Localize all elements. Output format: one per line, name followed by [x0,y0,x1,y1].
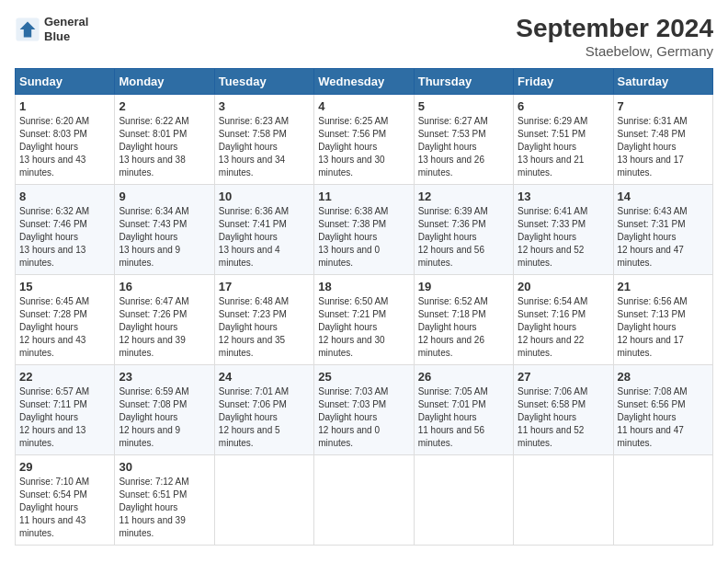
day-info: Sunrise: 6:29 AMSunset: 7:51 PMDaylight … [518,115,609,179]
day-number: 17 [219,280,310,293]
day-info: Sunrise: 6:43 AMSunset: 7:31 PMDaylight … [618,205,709,270]
day-number: 28 [618,370,709,384]
day-number: 5 [418,99,509,113]
day-info: Sunrise: 6:27 AMSunset: 7:53 PMDaylight … [418,115,509,179]
day-number: 13 [518,190,609,203]
day-number: 7 [618,99,709,113]
calendar-cell: 8Sunrise: 6:32 AMSunset: 7:46 PMDaylight… [16,184,115,274]
day-number: 20 [518,280,609,293]
day-number: 12 [418,190,509,203]
weekday-header-monday: Monday [115,68,214,94]
day-info: Sunrise: 6:39 AMSunset: 7:36 PMDaylight … [418,205,509,270]
calendar-cell: 24Sunrise: 7:01 AMSunset: 7:06 PMDayligh… [214,364,313,454]
calendar-cell: 4Sunrise: 6:25 AMSunset: 7:56 PMDaylight… [314,94,414,184]
day-number: 4 [318,99,409,113]
calendar-cell [414,454,513,545]
day-info: Sunrise: 7:05 AMSunset: 7:01 PMDaylight … [418,385,509,450]
day-info: Sunrise: 6:41 AMSunset: 7:33 PMDaylight … [518,205,609,270]
logo-line2: Blue [44,29,88,44]
calendar-cell: 23Sunrise: 6:59 AMSunset: 7:08 PMDayligh… [115,364,214,454]
day-info: Sunrise: 6:23 AMSunset: 7:58 PMDaylight … [219,115,310,179]
calendar-table: SundayMondayTuesdayWednesdayThursdayFrid… [15,68,713,546]
day-number: 6 [518,99,609,113]
day-number: 1 [19,99,110,113]
day-number: 15 [19,280,110,293]
calendar-cell: 7Sunrise: 6:31 AMSunset: 7:48 PMDaylight… [613,94,712,184]
calendar-cell: 14Sunrise: 6:43 AMSunset: 7:31 PMDayligh… [613,184,712,274]
day-number: 30 [119,460,210,474]
day-number: 9 [119,190,210,203]
calendar-cell: 12Sunrise: 6:39 AMSunset: 7:36 PMDayligh… [414,184,513,274]
weekday-header-sunday: Sunday [16,68,115,94]
day-number: 10 [219,190,310,203]
day-number: 14 [618,190,709,203]
logo: General Blue [15,15,88,43]
day-number: 3 [219,99,310,113]
day-number: 8 [19,190,110,203]
day-number: 11 [318,190,409,203]
day-info: Sunrise: 6:50 AMSunset: 7:21 PMDaylight … [318,295,409,360]
day-info: Sunrise: 6:34 AMSunset: 7:43 PMDaylight … [119,205,210,270]
day-number: 26 [418,370,509,384]
weekday-header-saturday: Saturday [613,68,712,94]
day-info: Sunrise: 6:20 AMSunset: 8:03 PMDaylight … [19,115,110,179]
day-info: Sunrise: 7:01 AMSunset: 7:06 PMDaylight … [219,385,310,450]
week-row-5: 29Sunrise: 7:10 AMSunset: 6:54 PMDayligh… [16,454,713,545]
day-info: Sunrise: 7:06 AMSunset: 6:58 PMDaylight … [518,385,609,450]
day-info: Sunrise: 7:08 AMSunset: 6:56 PMDaylight … [618,385,709,450]
title-block: September 2024 Staebelow, Germany [516,15,713,59]
day-info: Sunrise: 6:52 AMSunset: 7:18 PMDaylight … [418,295,509,360]
calendar-cell: 2Sunrise: 6:22 AMSunset: 8:01 PMDaylight… [115,94,214,184]
day-number: 21 [618,280,709,293]
day-info: Sunrise: 6:36 AMSunset: 7:41 PMDaylight … [219,205,310,270]
calendar-cell: 19Sunrise: 6:52 AMSunset: 7:18 PMDayligh… [414,274,513,364]
day-info: Sunrise: 6:22 AMSunset: 8:01 PMDaylight … [119,115,210,179]
day-info: Sunrise: 6:56 AMSunset: 7:13 PMDaylight … [618,295,709,360]
day-info: Sunrise: 6:31 AMSunset: 7:48 PMDaylight … [618,115,709,179]
calendar-cell: 5Sunrise: 6:27 AMSunset: 7:53 PMDaylight… [414,94,513,184]
calendar-cell: 21Sunrise: 6:56 AMSunset: 7:13 PMDayligh… [613,274,712,364]
calendar-cell: 16Sunrise: 6:47 AMSunset: 7:26 PMDayligh… [115,274,214,364]
day-number: 19 [418,280,509,293]
calendar-cell: 10Sunrise: 6:36 AMSunset: 7:41 PMDayligh… [214,184,313,274]
weekday-header-row: SundayMondayTuesdayWednesdayThursdayFrid… [16,68,713,94]
day-number: 24 [219,370,310,384]
day-number: 27 [518,370,609,384]
weekday-header-wednesday: Wednesday [314,68,414,94]
day-number: 18 [318,280,409,293]
logo-line1: General [44,15,88,29]
day-number: 16 [119,280,210,293]
calendar-cell: 27Sunrise: 7:06 AMSunset: 6:58 PMDayligh… [514,364,613,454]
calendar-cell [514,454,613,545]
calendar-cell: 30Sunrise: 7:12 AMSunset: 6:51 PMDayligh… [115,454,214,545]
weekday-header-tuesday: Tuesday [214,68,313,94]
week-row-4: 22Sunrise: 6:57 AMSunset: 7:11 PMDayligh… [16,364,713,454]
calendar-cell: 20Sunrise: 6:54 AMSunset: 7:16 PMDayligh… [514,274,613,364]
day-info: Sunrise: 6:38 AMSunset: 7:38 PMDaylight … [318,205,409,270]
calendar-cell: 6Sunrise: 6:29 AMSunset: 7:51 PMDaylight… [514,94,613,184]
day-info: Sunrise: 6:59 AMSunset: 7:08 PMDaylight … [119,385,210,450]
week-row-3: 15Sunrise: 6:45 AMSunset: 7:28 PMDayligh… [16,274,713,364]
calendar-cell [214,454,313,545]
week-row-1: 1Sunrise: 6:20 AMSunset: 8:03 PMDaylight… [16,94,713,184]
day-info: Sunrise: 6:25 AMSunset: 7:56 PMDaylight … [318,115,409,179]
calendar-cell: 9Sunrise: 6:34 AMSunset: 7:43 PMDaylight… [115,184,214,274]
day-info: Sunrise: 7:10 AMSunset: 6:54 PMDaylight … [19,476,110,540]
calendar-cell: 28Sunrise: 7:08 AMSunset: 6:56 PMDayligh… [613,364,712,454]
calendar-cell: 17Sunrise: 6:48 AMSunset: 7:23 PMDayligh… [214,274,313,364]
weekday-header-friday: Friday [514,68,613,94]
weekday-header-thursday: Thursday [414,68,513,94]
day-number: 29 [19,460,110,474]
calendar-cell: 25Sunrise: 7:03 AMSunset: 7:03 PMDayligh… [314,364,414,454]
page-subtitle: Staebelow, Germany [516,43,713,59]
page-title: September 2024 [516,15,713,43]
logo-icon [15,17,40,42]
calendar-cell: 29Sunrise: 7:10 AMSunset: 6:54 PMDayligh… [16,454,115,545]
day-info: Sunrise: 6:54 AMSunset: 7:16 PMDaylight … [518,295,609,360]
day-info: Sunrise: 6:47 AMSunset: 7:26 PMDaylight … [119,295,210,360]
day-number: 22 [19,370,110,384]
calendar-cell: 13Sunrise: 6:41 AMSunset: 7:33 PMDayligh… [514,184,613,274]
day-info: Sunrise: 7:03 AMSunset: 7:03 PMDaylight … [318,385,409,450]
calendar-cell: 22Sunrise: 6:57 AMSunset: 7:11 PMDayligh… [16,364,115,454]
calendar-cell: 1Sunrise: 6:20 AMSunset: 8:03 PMDaylight… [16,94,115,184]
